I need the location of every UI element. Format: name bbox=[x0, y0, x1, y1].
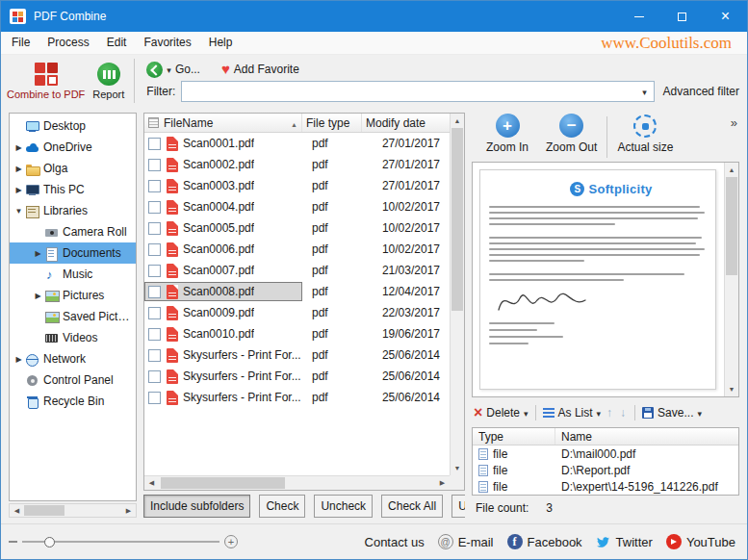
tree-item-camera-roll[interactable]: Camera Roll bbox=[10, 221, 136, 242]
scroll-up-button[interactable]: ▲ bbox=[725, 163, 738, 177]
file-row-scan0009-pdf[interactable]: Scan0009.pdfpdf22/03/2017 bbox=[144, 302, 450, 323]
check-button[interactable]: Check bbox=[259, 495, 305, 518]
file-checkbox[interactable] bbox=[148, 370, 161, 383]
file-row-skysurfers-print-for[interactable]: Skysurfers - Print For...pdf25/06/2014 bbox=[144, 387, 450, 408]
file-checkbox[interactable] bbox=[148, 349, 161, 362]
file-checkbox[interactable] bbox=[148, 201, 161, 214]
menu-file[interactable]: File bbox=[3, 32, 39, 54]
tree-item-pictures[interactable]: ▶Pictures bbox=[10, 285, 136, 306]
tree-item-videos[interactable]: Videos bbox=[10, 327, 136, 348]
column-header-name[interactable]: Name bbox=[555, 428, 738, 445]
check-all-button[interactable]: Check All bbox=[381, 495, 443, 518]
column-header-type[interactable]: Type bbox=[473, 428, 555, 445]
scroll-right-button[interactable]: ▶ bbox=[435, 476, 450, 490]
tree-item-onedrive[interactable]: ▶OneDrive bbox=[10, 137, 136, 158]
file-row-scan0001-pdf[interactable]: Scan0001.pdfpdf27/01/2017 bbox=[144, 133, 450, 154]
tree-item-control-panel[interactable]: Control Panel bbox=[10, 369, 136, 391]
expand-arrow-icon[interactable]: ▶ bbox=[13, 355, 24, 364]
file-row-scan0006-pdf[interactable]: Scan0006.pdfpdf10/02/2017 bbox=[144, 239, 450, 260]
filter-input[interactable] bbox=[181, 81, 654, 102]
output-row[interactable]: fileD:\expert\14-5196_141226.pdf bbox=[473, 478, 738, 495]
file-checkbox[interactable] bbox=[148, 307, 161, 319]
file-row-scan0010-pdf[interactable]: Scan0010.pdfpdf19/06/2017 bbox=[144, 323, 450, 344]
file-checkbox[interactable] bbox=[148, 265, 161, 277]
combine-to-pdf-button[interactable]: Combine to PDF bbox=[3, 56, 89, 106]
file-checkbox[interactable] bbox=[148, 222, 161, 235]
include-subfolders-button[interactable]: Include subfolders bbox=[143, 495, 250, 518]
scroll-left-button[interactable]: ◀ bbox=[144, 476, 159, 490]
menu-process[interactable]: Process bbox=[39, 32, 97, 54]
report-button[interactable]: Report bbox=[89, 56, 128, 106]
file-row-scan0002-pdf[interactable]: Scan0002.pdfpdf27/01/2017 bbox=[144, 154, 450, 175]
delete-button[interactable]: Delete bbox=[474, 405, 529, 420]
toolbar-overflow-button[interactable] bbox=[731, 115, 737, 130]
scroll-right-button[interactable]: ▶ bbox=[121, 504, 136, 517]
tree-item-documents[interactable]: ▶Documents bbox=[10, 242, 136, 264]
tree-item-network[interactable]: ▶Network bbox=[10, 348, 136, 369]
menu-edit[interactable]: Edit bbox=[98, 32, 136, 54]
scrollbar-thumb[interactable] bbox=[726, 177, 737, 275]
scrollbar-track[interactable] bbox=[725, 177, 738, 382]
minimize-button[interactable] bbox=[617, 1, 660, 32]
go-button[interactable]: Go... bbox=[146, 62, 200, 78]
add-favorite-button[interactable]: Add Favorite bbox=[221, 62, 299, 77]
save-button[interactable]: Save... bbox=[642, 406, 702, 420]
menu-favorites[interactable]: Favorites bbox=[135, 32, 199, 54]
file-row-scan0008-pdf[interactable]: Scan0008.pdfpdf12/04/2017 bbox=[144, 281, 450, 302]
file-checkbox[interactable] bbox=[148, 243, 161, 256]
slider-track[interactable] bbox=[22, 541, 219, 543]
statusbar-link-facebook[interactable]: fFacebook bbox=[507, 534, 582, 549]
contact-us-link[interactable]: Contact us bbox=[365, 535, 425, 549]
scrollbar-track[interactable] bbox=[159, 476, 435, 490]
scroll-up-button[interactable]: ▲ bbox=[451, 114, 464, 128]
menu-help[interactable]: Help bbox=[200, 32, 242, 54]
file-row-skysurfers-print-for[interactable]: Skysurfers - Print For...pdf25/06/2014 bbox=[144, 366, 450, 387]
tree-item-libraries[interactable]: ▼Libraries bbox=[10, 200, 136, 221]
column-header-modifydate[interactable]: Modify date bbox=[362, 114, 450, 132]
collapse-arrow-icon[interactable]: ▼ bbox=[13, 207, 24, 216]
zoom-in-button[interactable]: Zoom In bbox=[477, 114, 537, 154]
scroll-down-button[interactable]: ▼ bbox=[451, 461, 464, 475]
scrollbar-thumb[interactable] bbox=[161, 477, 285, 489]
scrollbar-track[interactable] bbox=[24, 504, 121, 517]
move-up-button[interactable]: ↑ bbox=[605, 406, 614, 420]
tree-item-saved-pictures[interactable]: Saved Pictures bbox=[10, 306, 136, 327]
file-row-scan0007-pdf[interactable]: Scan0007.pdfpdf21/03/2017 bbox=[144, 260, 450, 281]
file-checkbox[interactable] bbox=[148, 286, 161, 298]
column-header-filename[interactable]: FileName bbox=[144, 114, 302, 132]
filter-dropdown-button[interactable] bbox=[636, 82, 654, 101]
tree-item-music[interactable]: Music bbox=[10, 264, 136, 285]
close-button[interactable] bbox=[704, 1, 747, 32]
expand-arrow-icon[interactable]: ▶ bbox=[33, 249, 43, 258]
tree-item-desktop[interactable]: Desktop bbox=[10, 115, 136, 137]
scroll-down-button[interactable]: ▼ bbox=[725, 382, 738, 396]
file-row-scan0004-pdf[interactable]: Scan0004.pdfpdf10/02/2017 bbox=[144, 196, 450, 217]
scrollbar-thumb[interactable] bbox=[451, 128, 463, 311]
file-row-scan0003-pdf[interactable]: Scan0003.pdfpdf27/01/2017 bbox=[144, 175, 450, 196]
slider-thumb[interactable] bbox=[44, 537, 55, 547]
tree-item-this-pc[interactable]: ▶This PC bbox=[10, 179, 136, 200]
file-checkbox[interactable] bbox=[148, 159, 161, 171]
tree-item-recycle-bin[interactable]: Recycle Bin bbox=[10, 391, 136, 412]
zoom-out-button[interactable]: Zoom Out bbox=[537, 114, 606, 154]
file-row-skysurfers-print-for[interactable]: Skysurfers - Print For...pdf25/06/2014 bbox=[144, 344, 450, 366]
expand-arrow-icon[interactable]: ▶ bbox=[13, 143, 24, 152]
statusbar-link-twitter[interactable]: Twitter bbox=[596, 535, 653, 549]
slider-plus-button[interactable] bbox=[224, 535, 238, 548]
advanced-filter-link[interactable]: Advanced filter bbox=[663, 85, 739, 98]
coolutils-website-link[interactable]: www.Coolutils.com bbox=[601, 34, 732, 53]
maximize-button[interactable] bbox=[660, 1, 704, 32]
output-row[interactable]: fileD:\Report.pdf bbox=[473, 462, 738, 478]
expand-arrow-icon[interactable]: ▶ bbox=[13, 186, 24, 194]
output-row[interactable]: fileD:\mail000.pdf bbox=[473, 445, 738, 462]
scrollbar-thumb[interactable] bbox=[24, 505, 64, 516]
column-header-filetype[interactable]: File type bbox=[302, 114, 362, 132]
view-mode-button[interactable]: As List bbox=[543, 406, 602, 420]
tree-item-olga[interactable]: ▶Olga bbox=[10, 158, 136, 179]
uncheck-all-button[interactable]: Uncheck All bbox=[451, 495, 465, 518]
expand-arrow-icon[interactable]: ▶ bbox=[33, 292, 43, 300]
file-checkbox[interactable] bbox=[148, 392, 161, 404]
file-checkbox[interactable] bbox=[148, 328, 161, 341]
scroll-left-button[interactable]: ◀ bbox=[10, 504, 24, 517]
file-row-scan0005-pdf[interactable]: Scan0005.pdfpdf10/02/2017 bbox=[144, 217, 450, 239]
